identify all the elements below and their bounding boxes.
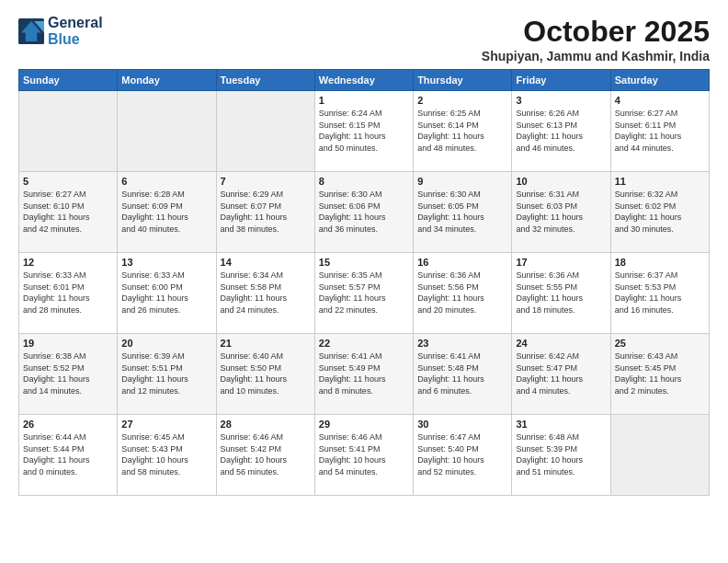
day-number: 16 — [417, 257, 507, 268]
week-row-2: 5Sunrise: 6:27 AM Sunset: 6:10 PM Daylig… — [19, 172, 710, 253]
month-title: October 2025 — [482, 15, 710, 49]
day-number: 31 — [516, 419, 606, 430]
calendar-cell: 14Sunrise: 6:34 AM Sunset: 5:58 PM Dayli… — [216, 253, 314, 334]
calendar-cell: 15Sunrise: 6:35 AM Sunset: 5:57 PM Dayli… — [314, 253, 413, 334]
day-number: 18 — [615, 257, 705, 268]
calendar-cell: 7Sunrise: 6:29 AM Sunset: 6:07 PM Daylig… — [216, 172, 314, 253]
day-content: Sunrise: 6:29 AM Sunset: 6:07 PM Dayligh… — [221, 189, 311, 235]
day-number: 25 — [615, 338, 705, 349]
day-number: 17 — [516, 257, 606, 268]
day-number: 26 — [23, 419, 113, 430]
day-content: Sunrise: 6:40 AM Sunset: 5:50 PM Dayligh… — [221, 350, 311, 396]
week-row-1: 1Sunrise: 6:24 AM Sunset: 6:15 PM Daylig… — [19, 91, 710, 172]
header-row: SundayMondayTuesdayWednesdayThursdayFrid… — [19, 70, 710, 91]
day-number: 27 — [121, 419, 211, 430]
week-row-3: 12Sunrise: 6:33 AM Sunset: 6:01 PM Dayli… — [19, 253, 710, 334]
day-content: Sunrise: 6:41 AM Sunset: 5:48 PM Dayligh… — [417, 350, 507, 396]
calendar-cell: 13Sunrise: 6:33 AM Sunset: 6:00 PM Dayli… — [118, 253, 216, 334]
calendar-cell — [610, 415, 709, 496]
day-content: Sunrise: 6:42 AM Sunset: 5:47 PM Dayligh… — [516, 350, 606, 396]
calendar-cell: 4Sunrise: 6:27 AM Sunset: 6:11 PM Daylig… — [610, 91, 709, 172]
day-header-wednesday: Wednesday — [314, 70, 413, 91]
day-number: 1 — [319, 95, 409, 106]
day-content: Sunrise: 6:46 AM Sunset: 5:41 PM Dayligh… — [319, 431, 409, 477]
day-content: Sunrise: 6:36 AM Sunset: 5:55 PM Dayligh… — [516, 270, 606, 316]
day-number: 3 — [516, 95, 606, 106]
day-number: 29 — [319, 419, 409, 430]
day-number: 2 — [417, 95, 507, 106]
calendar-cell: 27Sunrise: 6:45 AM Sunset: 5:43 PM Dayli… — [118, 415, 216, 496]
calendar-cell: 31Sunrise: 6:48 AM Sunset: 5:39 PM Dayli… — [512, 415, 610, 496]
calendar-cell: 12Sunrise: 6:33 AM Sunset: 6:01 PM Dayli… — [19, 253, 118, 334]
logo-icon — [18, 18, 44, 44]
day-content: Sunrise: 6:25 AM Sunset: 6:14 PM Dayligh… — [417, 108, 507, 154]
calendar-cell — [118, 91, 216, 172]
day-number: 22 — [319, 338, 409, 349]
day-number: 14 — [221, 257, 311, 268]
day-content: Sunrise: 6:24 AM Sunset: 6:15 PM Dayligh… — [319, 108, 409, 154]
calendar-cell: 6Sunrise: 6:28 AM Sunset: 6:09 PM Daylig… — [118, 172, 216, 253]
title-block: October 2025 Shupiyan, Jammu and Kashmir… — [482, 15, 710, 63]
day-content: Sunrise: 6:43 AM Sunset: 5:45 PM Dayligh… — [615, 350, 705, 396]
day-content: Sunrise: 6:31 AM Sunset: 6:03 PM Dayligh… — [516, 189, 606, 235]
day-content: Sunrise: 6:39 AM Sunset: 5:51 PM Dayligh… — [121, 350, 211, 396]
day-number: 12 — [23, 257, 113, 268]
day-content: Sunrise: 6:47 AM Sunset: 5:40 PM Dayligh… — [417, 431, 507, 477]
day-number: 8 — [319, 176, 409, 187]
day-header-tuesday: Tuesday — [216, 70, 314, 91]
day-content: Sunrise: 6:45 AM Sunset: 5:43 PM Dayligh… — [121, 431, 211, 477]
calendar-cell: 5Sunrise: 6:27 AM Sunset: 6:10 PM Daylig… — [19, 172, 118, 253]
calendar-cell: 26Sunrise: 6:44 AM Sunset: 5:44 PM Dayli… — [19, 415, 118, 496]
day-content: Sunrise: 6:48 AM Sunset: 5:39 PM Dayligh… — [516, 431, 606, 477]
day-content: Sunrise: 6:26 AM Sunset: 6:13 PM Dayligh… — [516, 108, 606, 154]
day-header-saturday: Saturday — [610, 70, 709, 91]
day-number: 11 — [615, 176, 705, 187]
day-number: 24 — [516, 338, 606, 349]
logo-text: General Blue — [48, 15, 103, 48]
day-content: Sunrise: 6:28 AM Sunset: 6:09 PM Dayligh… — [121, 189, 211, 235]
day-header-thursday: Thursday — [414, 70, 512, 91]
calendar-cell: 9Sunrise: 6:30 AM Sunset: 6:05 PM Daylig… — [414, 172, 512, 253]
day-number: 20 — [121, 338, 211, 349]
page-header: General Blue October 2025 Shupiyan, Jamm… — [18, 15, 710, 63]
day-content: Sunrise: 6:33 AM Sunset: 6:00 PM Dayligh… — [121, 270, 211, 316]
day-content: Sunrise: 6:27 AM Sunset: 6:10 PM Dayligh… — [23, 189, 113, 235]
day-number: 15 — [319, 257, 409, 268]
day-content: Sunrise: 6:46 AM Sunset: 5:42 PM Dayligh… — [221, 431, 311, 477]
day-number: 21 — [221, 338, 311, 349]
day-content: Sunrise: 6:44 AM Sunset: 5:44 PM Dayligh… — [23, 431, 113, 477]
calendar-cell: 17Sunrise: 6:36 AM Sunset: 5:55 PM Dayli… — [512, 253, 610, 334]
day-content: Sunrise: 6:38 AM Sunset: 5:52 PM Dayligh… — [23, 350, 113, 396]
calendar-cell: 8Sunrise: 6:30 AM Sunset: 6:06 PM Daylig… — [314, 172, 413, 253]
calendar-cell: 18Sunrise: 6:37 AM Sunset: 5:53 PM Dayli… — [610, 253, 709, 334]
day-header-monday: Monday — [118, 70, 216, 91]
calendar-cell: 21Sunrise: 6:40 AM Sunset: 5:50 PM Dayli… — [216, 334, 314, 415]
calendar-cell: 11Sunrise: 6:32 AM Sunset: 6:02 PM Dayli… — [610, 172, 709, 253]
day-content: Sunrise: 6:36 AM Sunset: 5:56 PM Dayligh… — [417, 270, 507, 316]
calendar-cell: 19Sunrise: 6:38 AM Sunset: 5:52 PM Dayli… — [19, 334, 118, 415]
day-number: 9 — [417, 176, 507, 187]
day-number: 10 — [516, 176, 606, 187]
calendar-cell: 2Sunrise: 6:25 AM Sunset: 6:14 PM Daylig… — [414, 91, 512, 172]
calendar-cell: 23Sunrise: 6:41 AM Sunset: 5:48 PM Dayli… — [414, 334, 512, 415]
day-content: Sunrise: 6:27 AM Sunset: 6:11 PM Dayligh… — [615, 108, 705, 154]
location: Shupiyan, Jammu and Kashmir, India — [482, 49, 710, 63]
day-content: Sunrise: 6:33 AM Sunset: 6:01 PM Dayligh… — [23, 270, 113, 316]
calendar-cell: 30Sunrise: 6:47 AM Sunset: 5:40 PM Dayli… — [414, 415, 512, 496]
week-row-5: 26Sunrise: 6:44 AM Sunset: 5:44 PM Dayli… — [19, 415, 710, 496]
day-header-friday: Friday — [512, 70, 610, 91]
day-content: Sunrise: 6:34 AM Sunset: 5:58 PM Dayligh… — [221, 270, 311, 316]
calendar-cell: 24Sunrise: 6:42 AM Sunset: 5:47 PM Dayli… — [512, 334, 610, 415]
calendar-cell: 1Sunrise: 6:24 AM Sunset: 6:15 PM Daylig… — [314, 91, 413, 172]
day-content: Sunrise: 6:30 AM Sunset: 6:05 PM Dayligh… — [417, 189, 507, 235]
day-content: Sunrise: 6:35 AM Sunset: 5:57 PM Dayligh… — [319, 270, 409, 316]
calendar-cell: 20Sunrise: 6:39 AM Sunset: 5:51 PM Dayli… — [118, 334, 216, 415]
calendar-cell: 22Sunrise: 6:41 AM Sunset: 5:49 PM Dayli… — [314, 334, 413, 415]
calendar-cell: 29Sunrise: 6:46 AM Sunset: 5:41 PM Dayli… — [314, 415, 413, 496]
week-row-4: 19Sunrise: 6:38 AM Sunset: 5:52 PM Dayli… — [19, 334, 710, 415]
day-number: 7 — [221, 176, 311, 187]
day-content: Sunrise: 6:37 AM Sunset: 5:53 PM Dayligh… — [615, 270, 705, 316]
day-header-sunday: Sunday — [19, 70, 118, 91]
day-content: Sunrise: 6:30 AM Sunset: 6:06 PM Dayligh… — [319, 189, 409, 235]
day-number: 5 — [23, 176, 113, 187]
